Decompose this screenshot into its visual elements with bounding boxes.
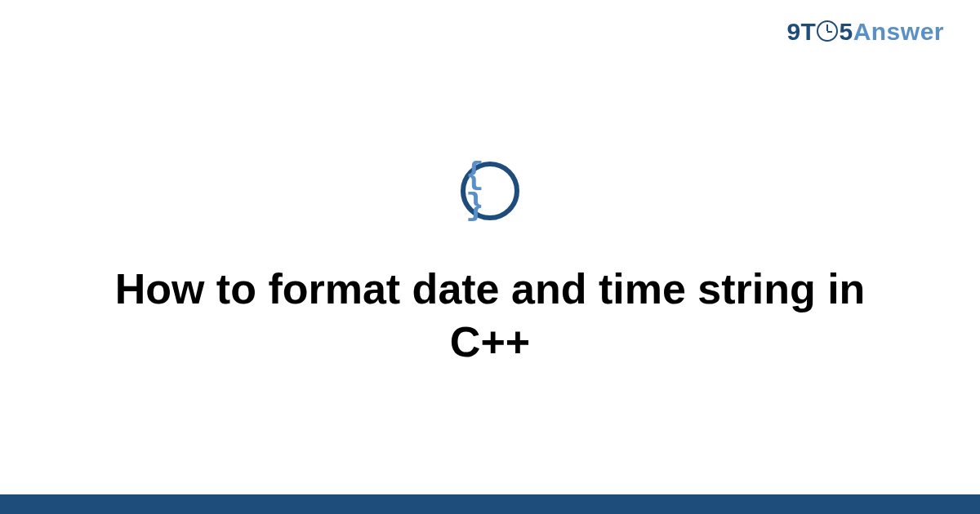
code-braces-icon: { } xyxy=(466,160,514,222)
clock-icon xyxy=(817,20,838,42)
main-content: { } How to format date and time string i… xyxy=(0,0,980,514)
code-icon-circle: { } xyxy=(461,162,519,220)
logo-text-answer: Answer xyxy=(853,18,944,45)
logo-text-5: 5 xyxy=(839,18,853,45)
logo-text-9t: 9T xyxy=(786,18,816,45)
footer-bar xyxy=(0,494,980,514)
brand-logo: 9T5Answer xyxy=(786,18,944,46)
page-title: How to format date and time string in C+… xyxy=(61,263,919,369)
